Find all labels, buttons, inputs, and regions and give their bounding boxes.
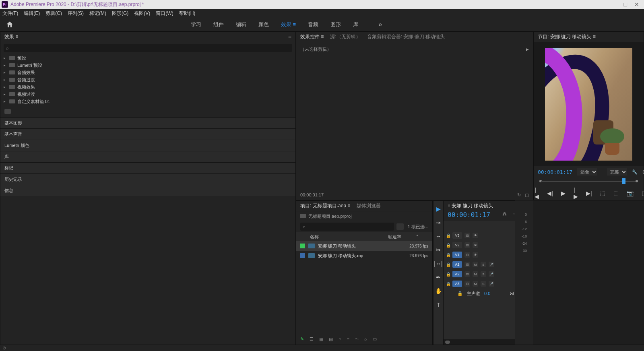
- item-name: 安娜 镰刀 移动镜头.mp: [318, 253, 406, 259]
- sort-icon[interactable]: ≡: [347, 337, 349, 341]
- automate-icon[interactable]: ⤳: [355, 337, 359, 342]
- hand-tool[interactable]: ✋: [433, 286, 443, 296]
- tab-effects-browser[interactable]: 效果: [4, 33, 18, 40]
- close-button[interactable]: ✕: [634, 1, 639, 8]
- slip-tool[interactable]: |↔|: [433, 259, 443, 268]
- workspace-editing[interactable]: 编辑: [236, 21, 246, 28]
- menu-file[interactable]: 文件(F): [2, 10, 18, 17]
- tree-item-audio-effects[interactable]: ▸音频效果: [4, 69, 292, 76]
- tree-item-custom-bin[interactable]: ▸自定义素材箱 01: [4, 98, 292, 105]
- search-icon: ⌕: [303, 224, 305, 229]
- panel-menu-icon[interactable]: ≡: [288, 34, 291, 40]
- panel-info[interactable]: 信息: [0, 185, 295, 196]
- tab-program[interactable]: 节目: 安娜 镰刀 移动镜头: [538, 33, 596, 40]
- new-bin-icon[interactable]: [4, 109, 11, 114]
- workspace-audio[interactable]: 音频: [308, 21, 318, 28]
- maximize-button[interactable]: □: [624, 1, 627, 8]
- scrub-end-dot[interactable]: [636, 180, 638, 182]
- step-back-icon[interactable]: ◀|: [547, 190, 553, 196]
- menu-view[interactable]: 视图(V): [134, 10, 150, 17]
- panel-essential-sound[interactable]: 基本声音: [0, 128, 295, 140]
- type-tool[interactable]: T: [433, 300, 443, 310]
- timeline-timecode[interactable]: 00:00:01:17: [448, 211, 490, 219]
- search-icon: ⌕: [6, 45, 9, 50]
- panel-essential-graphics[interactable]: 基本图形: [0, 117, 295, 128]
- program-monitor-panel: 节目: 安娜 镰刀 移动镜头 00:00:01:17 适合 完整 🔧 00:00…: [533, 31, 644, 200]
- razor-tool[interactable]: ✂: [433, 245, 443, 255]
- menu-graphics[interactable]: 图形(G): [112, 10, 128, 17]
- effect-controls-footer: 00:00:01:17 ↻ ▢: [296, 190, 533, 200]
- workspace-libraries[interactable]: 库: [353, 21, 358, 28]
- workspace-effects[interactable]: 效果: [281, 21, 296, 28]
- sort-icon[interactable]: ˄: [416, 234, 419, 240]
- tree-item-video-effects[interactable]: ▸视频效果: [4, 83, 292, 91]
- program-timecode[interactable]: 00:00:01:17: [538, 169, 572, 175]
- effects-search-input[interactable]: [9, 45, 290, 51]
- menu-marker[interactable]: 标记(M): [89, 10, 106, 17]
- tab-media-browser[interactable]: 媒体浏览器: [357, 202, 381, 209]
- tab-source[interactable]: 源:（无剪辑）: [330, 33, 360, 40]
- menu-sequence[interactable]: 序列(S): [68, 10, 84, 17]
- freeform-view-toggle[interactable]: ▤: [329, 337, 333, 342]
- panel-history[interactable]: 历史记录: [0, 173, 295, 185]
- effects-footer-icons: [0, 107, 295, 116]
- list-view-toggle[interactable]: ☰: [310, 337, 314, 342]
- program-scrubber[interactable]: [534, 178, 644, 186]
- zoom-slider[interactable]: ○: [339, 337, 341, 341]
- menu-window[interactable]: 窗口(W): [156, 10, 173, 17]
- extract-icon[interactable]: ⬚: [613, 190, 619, 196]
- step-forward-icon[interactable]: |▶: [574, 187, 578, 200]
- export-icon[interactable]: ▢: [525, 192, 529, 198]
- quality-dropdown[interactable]: 完整: [607, 168, 627, 176]
- effects-search[interactable]: ⌕: [4, 44, 292, 52]
- menu-edit[interactable]: 编辑(E): [24, 10, 40, 17]
- workspace-graphics[interactable]: 图形: [330, 21, 341, 28]
- go-to-in-icon[interactable]: |◀: [535, 187, 539, 200]
- icon-view-toggle[interactable]: ▦: [319, 337, 323, 342]
- menu-clip[interactable]: 剪辑(C): [45, 10, 62, 17]
- program-playhead[interactable]: [622, 178, 625, 184]
- panel-markers[interactable]: 标记: [0, 162, 295, 173]
- tab-project[interactable]: 项目: 无标题项目.aep: [300, 202, 350, 209]
- find-icon[interactable]: ⌕: [364, 337, 367, 341]
- chevron-right-icon[interactable]: ▸: [526, 46, 529, 52]
- project-item[interactable]: 安娜 镰刀 移动镜头.mp 23.976 fps: [296, 251, 432, 260]
- loop-icon[interactable]: ↻: [517, 192, 521, 198]
- menu-help[interactable]: 帮助(H): [179, 10, 196, 17]
- new-bin-icon[interactable]: ▭: [373, 337, 377, 342]
- col-name[interactable]: 名称: [310, 234, 388, 240]
- project-item[interactable]: 安娜 镰刀 移动镜头 23.976 fps: [296, 241, 432, 251]
- tab-effect-controls[interactable]: 效果控件: [300, 33, 324, 40]
- col-fps[interactable]: 帧速率: [388, 234, 416, 240]
- selection-tool[interactable]: ▶: [433, 204, 443, 214]
- effects-tree: ▸预设 ▸Lumetri 预设 ▸音频效果 ▸音频过渡 ▸视频效果 ▸视频过渡 …: [0, 54, 295, 106]
- lift-icon[interactable]: ⬚: [600, 190, 605, 196]
- track-select-tool[interactable]: ⇥: [433, 218, 443, 227]
- export-frame-icon[interactable]: 📷: [627, 190, 634, 196]
- tree-item-lumetri-presets[interactable]: ▸Lumetri 预设: [4, 62, 292, 69]
- workspace-overflow[interactable]: »: [378, 21, 382, 28]
- tab-audio-mixer[interactable]: 音频剪辑混合器: 安娜 镰刀 移动镜头: [367, 33, 445, 40]
- panel-lumetri-color[interactable]: Lumetri 颜色: [0, 140, 295, 151]
- workspace-assembly[interactable]: 组件: [213, 21, 224, 28]
- comparison-icon[interactable]: ▥: [642, 190, 644, 196]
- tree-item-presets[interactable]: ▸预设: [4, 54, 292, 62]
- play-icon[interactable]: ▶: [561, 190, 566, 196]
- project-search[interactable]: ⌕: [300, 223, 394, 231]
- minimize-button[interactable]: —: [611, 1, 617, 8]
- go-to-out-icon[interactable]: ▶|: [586, 190, 592, 196]
- fit-dropdown[interactable]: 适合: [577, 168, 597, 176]
- pen-tool[interactable]: ✒: [433, 273, 443, 282]
- list-view-icon[interactable]: [396, 223, 404, 230]
- ripple-edit-tool[interactable]: ↔: [433, 231, 443, 241]
- tree-item-video-transitions[interactable]: ▸视频过渡: [4, 91, 292, 98]
- wrench-icon[interactable]: 🔧: [632, 169, 638, 175]
- pencil-icon[interactable]: ✎: [300, 337, 304, 342]
- workspace-color[interactable]: 颜色: [258, 21, 269, 28]
- workspace-learn[interactable]: 学习: [191, 21, 201, 28]
- panel-libraries[interactable]: 库: [0, 151, 295, 162]
- home-icon[interactable]: [6, 21, 14, 29]
- program-viewer[interactable]: [534, 42, 644, 166]
- tree-item-audio-transitions[interactable]: ▸音频过渡: [4, 76, 292, 83]
- snap-icon[interactable]: ⁂: [502, 211, 507, 217]
